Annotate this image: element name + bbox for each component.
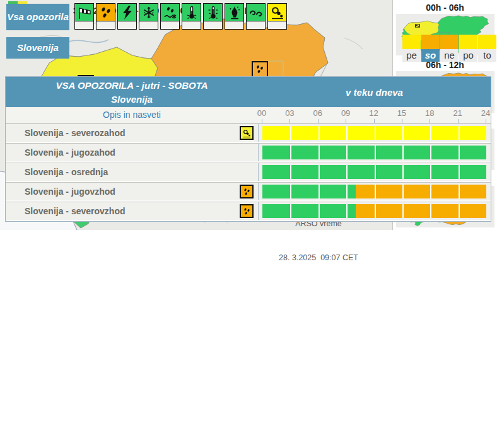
table-header: VSA OPOZORILA - jutri - SOBOTA Slovenija…	[6, 77, 491, 107]
day-color-swatch	[440, 35, 459, 49]
all-warnings-label: Vsa opozorila	[6, 4, 69, 30]
warning-type-cell-footer	[247, 21, 265, 29]
warning-type-cell-footer	[75, 21, 93, 29]
forest-fire-icon	[227, 5, 242, 20]
sleet-icon	[163, 5, 178, 20]
day-color-swatch	[478, 35, 496, 49]
hour-tick	[346, 119, 346, 123]
table-row: Slovenija - severovzhod	[6, 202, 491, 221]
warnings-table: VSA OPOZORILA - jutri - SOBOTA Slovenija…	[5, 76, 491, 222]
hour-tick	[289, 119, 290, 123]
rain-icon	[254, 64, 266, 75]
day-label: ne	[440, 49, 459, 62]
hour-tick	[374, 119, 375, 123]
snow-ice-icon	[139, 4, 158, 21]
warning-type-cell-footer	[268, 21, 286, 29]
region-timeline	[258, 124, 491, 142]
sea-waves-icon	[247, 4, 265, 21]
day-tab-pe[interactable]: pe	[402, 35, 421, 62]
day-label: pe	[402, 49, 421, 62]
row-warning-rain-icon	[240, 204, 254, 218]
hour-tick	[458, 119, 459, 123]
hour-label: 00	[257, 108, 266, 118]
day-color-swatch	[402, 35, 421, 49]
day-color-swatch	[421, 35, 440, 49]
timeline-header: v teku dneva	[258, 77, 491, 107]
low-temperature-icon	[182, 4, 201, 21]
region-row-label[interactable]: Slovenija - severovzhod	[6, 202, 258, 220]
day-label: po	[459, 49, 477, 62]
hour-tick	[262, 119, 262, 123]
high-temperature-icon	[206, 5, 221, 20]
hour-tick	[402, 119, 402, 123]
rain-icon	[98, 5, 114, 20]
arso-warning-page: 29. 3.2025 00h -- 30. 3.2025 00h (CET) A…	[0, 0, 497, 448]
warning-type-rain[interactable]	[96, 3, 115, 30]
warning-type-thunderstorm[interactable]	[117, 3, 137, 30]
warning-type-avalanche[interactable]	[267, 3, 287, 30]
day-label: so	[421, 49, 440, 62]
avalanche-icon	[242, 129, 252, 138]
warning-type-high-temperature[interactable]	[203, 3, 223, 30]
table-row: Slovenija - jugozahod	[6, 143, 491, 163]
table-body: Slovenija - severozahod Slovenija - jugo…	[6, 123, 491, 221]
day-tab-ne[interactable]: ne	[440, 35, 459, 62]
rain-icon	[242, 187, 252, 197]
region-row-label[interactable]: Slovenija - jugovzhod	[6, 183, 258, 200]
region-timeline	[258, 144, 491, 161]
region-timeline	[258, 163, 491, 181]
forest-fire-icon	[225, 4, 243, 21]
hour-label: 15	[397, 108, 406, 118]
sleet-icon	[161, 4, 179, 21]
day-selector-row: Slovenija pe so ne po to	[0, 36, 497, 62]
wind-icon	[77, 5, 92, 20]
hour-tick	[486, 119, 486, 123]
day-tab-so[interactable]: so	[421, 35, 440, 62]
region-row-label[interactable]: Slovenija - osrednja	[6, 163, 258, 181]
snow-ice-icon	[141, 5, 156, 20]
warning-type-forest-fire[interactable]	[225, 3, 244, 30]
avalanche-icon	[268, 4, 286, 21]
day-tab-po[interactable]: po	[459, 35, 477, 62]
hour-label: 09	[341, 108, 350, 118]
day-tabs: pe so ne po to	[402, 35, 496, 62]
table-title: VSA OPOZORILA - jutri - SOBOTA	[6, 80, 258, 91]
hours-scale: 00 03 06 09 12 15 18 21 24	[258, 107, 491, 123]
warning-type-sea-waves[interactable]	[246, 3, 266, 30]
table-row: Slovenija - jugovzhod	[6, 182, 491, 202]
hour-label: 06	[313, 108, 322, 118]
warning-type-cell-footer	[182, 21, 201, 29]
row-warning-avalanche-icon	[240, 126, 254, 140]
rain-icon	[242, 207, 252, 216]
warning-type-cell-footer	[225, 21, 243, 29]
warning-type-row: Vsa opozorila	[0, 3, 497, 31]
warning-type-cell-footer	[161, 21, 179, 29]
warning-type-sleet[interactable]	[160, 3, 180, 30]
hour-label: 18	[425, 108, 434, 118]
warning-type-wind[interactable]	[74, 3, 94, 30]
rain-icon	[96, 4, 115, 21]
hour-label: 12	[369, 108, 378, 118]
region-row-label[interactable]: Slovenija - severozahod	[6, 124, 258, 142]
description-column-header: Opis in nasveti	[6, 107, 258, 123]
timeline-segment	[262, 204, 356, 218]
warning-type-cell-footer	[139, 21, 158, 29]
hour-tick	[430, 119, 430, 123]
region-timeline	[258, 183, 491, 200]
warning-type-selector	[74, 3, 289, 30]
timeline-segment	[262, 185, 356, 198]
hours-header-row: Opis in nasveti 00 03 06 09 12 15 18 21 …	[6, 107, 491, 123]
credit-timestamp: 28. 3.2025 09:07 CET	[271, 252, 366, 263]
region-label: Slovenija	[6, 37, 69, 59]
region-row-label[interactable]: Slovenija - jugozahod	[6, 144, 258, 161]
row-warning-rain-icon	[240, 185, 254, 198]
avalanche-icon	[270, 5, 285, 20]
warning-type-snow-ice[interactable]	[139, 3, 158, 30]
warning-type-cell-footer	[118, 21, 136, 29]
day-tab-to[interactable]: to	[478, 35, 496, 62]
table-header-left: VSA OPOZORILA - jutri - SOBOTA Slovenija	[6, 77, 258, 107]
warning-type-cell-footer	[96, 21, 115, 29]
warning-type-low-temperature[interactable]	[182, 3, 201, 30]
table-subtitle: Slovenija	[6, 94, 258, 105]
high-temperature-icon	[204, 4, 222, 21]
